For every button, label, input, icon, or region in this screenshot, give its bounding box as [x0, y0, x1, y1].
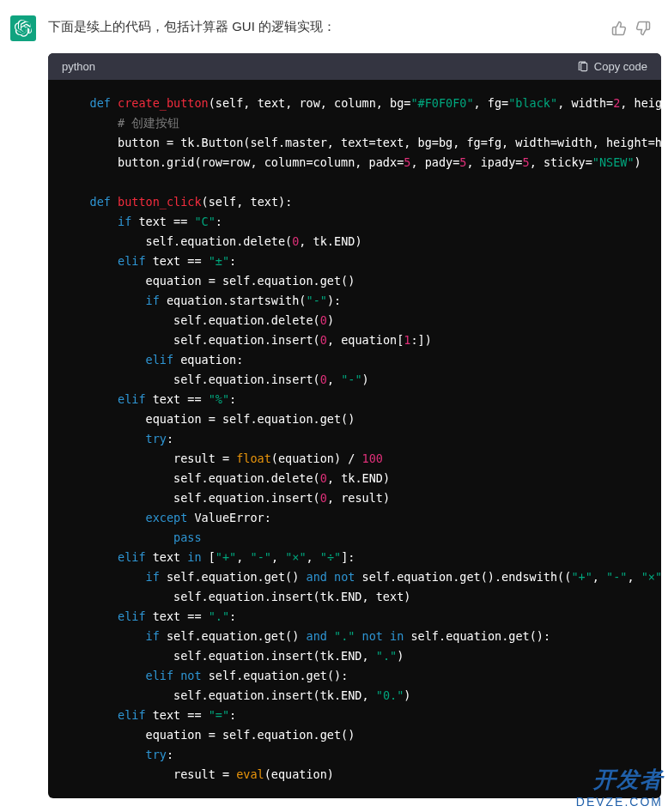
watermark-domain: DEVZE.COM	[576, 795, 663, 809]
watermark: 开发者 DEVZE.COM	[576, 765, 663, 809]
code-header: python Copy code	[48, 53, 661, 80]
watermark-title: 开发者	[576, 765, 663, 795]
code-block: python Copy code def create_button(self,…	[48, 53, 661, 798]
code-content: def create_button(self, text, row, colum…	[48, 80, 661, 798]
assistant-avatar	[10, 15, 36, 41]
thumbs-up-icon[interactable]	[611, 21, 627, 36]
svg-rect-0	[581, 63, 587, 70]
openai-logo-icon	[15, 20, 32, 37]
copy-code-button[interactable]: Copy code	[577, 60, 647, 73]
copy-code-label: Copy code	[594, 60, 647, 73]
thumbs-down-icon[interactable]	[635, 21, 651, 36]
language-label: python	[62, 60, 95, 73]
intro-text: 下面是续上的代码，包括计算器 GUI 的逻辑实现：	[48, 15, 599, 35]
clipboard-icon	[577, 61, 589, 73]
